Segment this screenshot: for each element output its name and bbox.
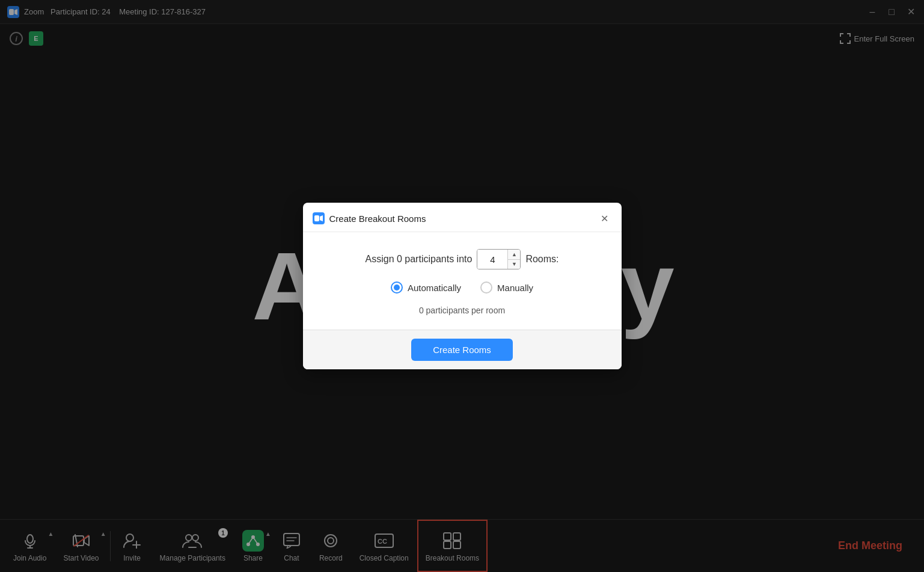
spinner-down-button[interactable]: ▼	[508, 259, 520, 269]
assign-options: Automatically Manually	[317, 281, 607, 294]
dialog-footer: Create Rooms	[303, 330, 622, 369]
manual-option[interactable]: Manually	[480, 281, 533, 294]
dialog-body: Assign 0 participants into ▲ ▼ Rooms: Au…	[303, 232, 622, 330]
rooms-label: Rooms:	[525, 254, 558, 265]
svg-rect-2	[314, 215, 319, 221]
auto-radio[interactable]	[391, 281, 403, 294]
manual-label: Manually	[497, 283, 533, 293]
breakout-rooms-dialog: Create Breakout Rooms ✕ Assign 0 partici…	[303, 203, 622, 369]
modal-overlay: Create Breakout Rooms ✕ Assign 0 partici…	[0, 0, 924, 572]
rooms-count-input[interactable]	[477, 250, 507, 269]
svg-marker-3	[320, 215, 323, 221]
manual-radio[interactable]	[480, 281, 492, 294]
rooms-input-wrap: ▲ ▼	[477, 249, 521, 269]
dialog-zoom-logo	[313, 212, 325, 224]
auto-label: Automatically	[408, 283, 461, 293]
dialog-close-button[interactable]: ✕	[598, 211, 612, 226]
rooms-spinners: ▲ ▼	[507, 250, 520, 269]
assign-label: Assign 0 participants into	[366, 254, 473, 265]
per-room-text: 0 participants per room	[317, 306, 607, 315]
create-rooms-button[interactable]: Create Rooms	[411, 339, 513, 361]
spinner-up-button[interactable]: ▲	[508, 250, 520, 259]
dialog-header: Create Breakout Rooms ✕	[303, 203, 622, 232]
dialog-title: Create Breakout Rooms	[329, 214, 593, 224]
auto-option[interactable]: Automatically	[391, 281, 461, 294]
rooms-row: Assign 0 participants into ▲ ▼ Rooms:	[317, 249, 607, 269]
